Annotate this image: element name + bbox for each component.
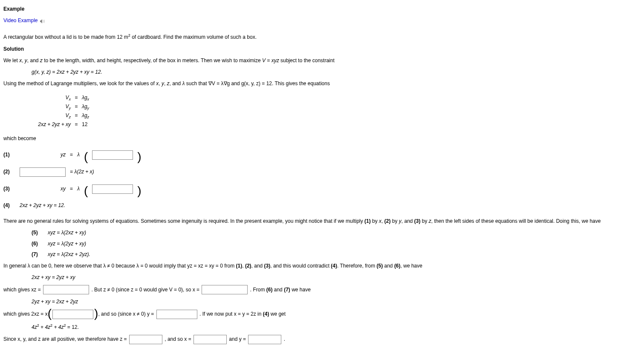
simplify-1: 2xz + xy = 2yz + xy [32,273,641,282]
blank-x[interactable] [202,285,248,294]
blank-y-final[interactable] [248,335,281,344]
solution-heading: Solution [3,45,641,53]
simplify-3: 4z2 + 4z2 + 4z2 = 12. [32,322,641,331]
equation-3: (3) xy = λ( ) [3,184,641,194]
equation-4: (4) 2xz + 2yz + xy = 12. [3,201,641,210]
equation-1: (1) yz = λ( ) [3,150,641,160]
video-link-label: Video Example [3,17,38,25]
equation-2: (2) = λ(2z + x) [3,167,641,177]
lagrange-text: Using the method of Lagrange multipliers… [3,80,641,88]
multiply-para: There are no general rules for solving s… [3,217,641,225]
constraint-eq: g(x, y, z) = 2xz + 2yz + xy = 12. [32,68,641,76]
lambda-para: In general λ can be 0, here we observe t… [3,262,641,270]
blank-eq2[interactable] [20,167,66,177]
which-become: which become [3,135,641,143]
flow-2: which gives 2xz = x(), and so (since x ≠… [3,311,286,317]
flow-1: which gives xz = . But z ≠ 0 (since z = … [3,287,311,293]
equations-5-7: (5)xyz = λ(2xz + xy) (6)xyz = λ(2yz + xy… [32,229,641,259]
simplify-2: 2yz + xy = 2xz + 2yz [32,298,641,306]
blank-eq1[interactable] [92,150,133,160]
blank-y[interactable] [156,310,197,319]
intro-text: We let x, y, and z to be the length, wid… [3,57,641,65]
gradient-system: Vx=λgx Vy=λgy Vz=λgz 2xz + 2yz + xy=12 [32,94,95,129]
final-line: Since x, y, and z are all positive, we t… [3,336,285,342]
blank-eq3[interactable] [92,184,133,194]
problem-text: A rectangular box without a lid is to be… [3,32,641,41]
blank-2xz[interactable] [52,310,93,319]
blank-z-final[interactable] [129,335,162,344]
example-heading: Example [3,5,641,13]
video-example-link[interactable]: Video Example [3,17,45,25]
blank-x-final[interactable] [193,335,227,344]
audio-icon [40,18,45,23]
blank-xz[interactable] [43,285,89,294]
